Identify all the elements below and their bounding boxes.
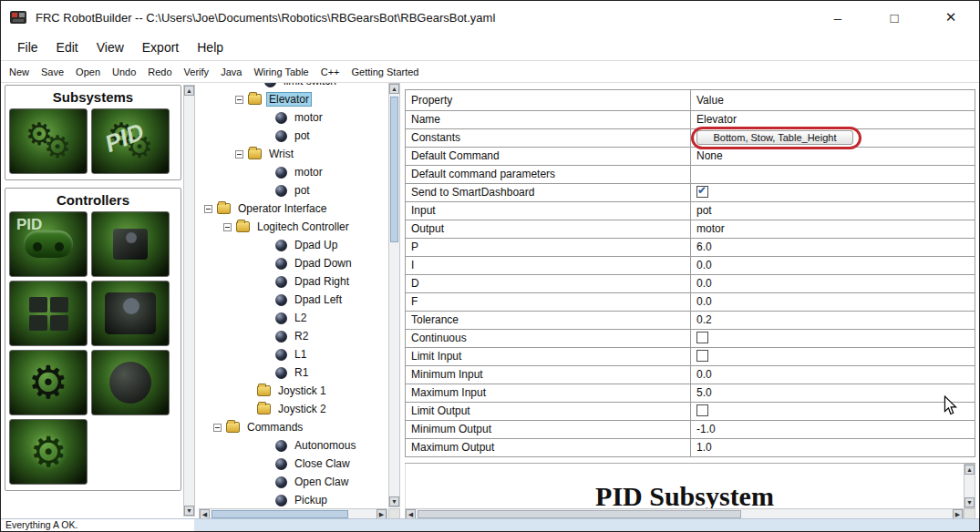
toolbar-open[interactable]: Open [76,66,100,77]
tree-item-r2[interactable]: R2 [199,327,387,345]
folder-icon [248,94,262,105]
toolbar-c[interactable]: C++ [321,66,340,77]
property-value-cell[interactable]: 6.0 [691,239,975,257]
tree-item-open-claw[interactable]: Open Claw [199,473,387,491]
tree-item-close-claw[interactable]: Close Claw [199,455,387,473]
menu-help[interactable]: Help [188,36,232,58]
palette-item-pid-controller[interactable]: PID [9,211,88,277]
tree-item-autonomous[interactable]: Autonomous [199,436,387,455]
palette-item-subsystem[interactable] [9,108,88,174]
constants-button-wrap: Bottom, Stow, Table_Height [696,130,853,145]
property-name: Limit Input [406,348,691,366]
tree-item-limit-switch[interactable]: limit switch [199,83,387,90]
constants-button[interactable]: Bottom, Stow, Table_Height [696,130,853,145]
palette-item-pid-subsystem[interactable]: PID [91,108,170,174]
property-row-maximum-output: Maximum Output1.0 [406,439,975,457]
property-value-cell[interactable] [691,330,975,348]
collapse-toggle-icon[interactable] [213,424,222,432]
tree-item-joystick-2[interactable]: Joystick 2 [199,400,387,418]
toolbar-undo[interactable]: Undo [112,66,136,77]
property-value-cell[interactable]: 0.2 [691,312,975,330]
palette-item-controller-group[interactable] [9,281,88,346]
toolbar-getting-started[interactable]: Getting Started [352,66,419,77]
menu-edit[interactable]: Edit [47,36,88,58]
tree-item-dpad-up[interactable]: Dpad Up [199,236,387,254]
tree-item-motor[interactable]: motor [199,163,387,181]
docs-scroll-up-button[interactable]: ▲ [965,465,975,475]
docs-scroll-down-button[interactable]: ▼ [965,497,975,507]
tree-item-label: Wrist [266,147,296,161]
minimize-button[interactable]: – [810,1,866,34]
checkbox-limit-output[interactable] [696,404,708,416]
tree-hscroll-thumb[interactable] [211,510,348,518]
arrow-right-icon: ▶ [379,511,384,517]
palette-item-spoked-wheel[interactable] [9,350,88,415]
property-value-cell[interactable]: Elevator [691,111,975,129]
tree-item-commands[interactable]: Commands [199,418,387,436]
palette-item-roller-wheel[interactable] [91,350,170,415]
documentation-heading: PID Subsystem [406,481,964,508]
toolbar-java[interactable]: Java [221,66,242,77]
toolbar-verify[interactable]: Verify [184,66,210,77]
checkbox-continuous[interactable] [696,332,708,343]
palette-scroll-down-button[interactable]: ▼ [184,506,194,516]
palette-item-large-controller[interactable] [91,281,170,346]
palette-item-motor-controller[interactable] [91,211,170,277]
tree-item-dpad-left[interactable]: Dpad Left [199,291,387,309]
docs-hscroll-thumb[interactable] [418,510,741,518]
tree-item-pot[interactable]: pot [199,181,387,200]
tree-item-operator-interface[interactable]: Operator Interface [199,200,387,218]
property-value-cell[interactable]: 0.0 [691,257,975,275]
tree-item-label: Joystick 1 [275,384,329,398]
toolbar-new[interactable]: New [9,66,29,77]
collapse-toggle-icon[interactable] [235,96,243,104]
property-value-cell[interactable]: 0.0 [691,366,975,384]
maximize-button[interactable]: □ [866,1,923,34]
tree-item-logitech-controller[interactable]: Logitech Controller [199,218,387,236]
collapse-toggle-icon[interactable] [235,150,243,159]
property-value-cell[interactable] [691,348,975,366]
tree-item-dpad-down[interactable]: Dpad Down [199,254,387,272]
menu-view[interactable]: View [88,36,133,58]
tree-item-dpad-right[interactable]: Dpad Right [199,272,387,291]
tree-item-joystick-1[interactable]: Joystick 1 [199,382,387,400]
property-value-cell[interactable] [691,166,975,184]
toolbar-save[interactable]: Save [41,66,64,77]
property-value-cell[interactable] [691,403,975,421]
property-value-cell[interactable]: 5.0 [691,384,975,403]
tree-item-wrist[interactable]: Wrist [199,145,387,163]
tree-item-l1[interactable]: L1 [199,345,387,363]
property-value-cell[interactable]: Bottom, Stow, Table_Height [691,129,975,148]
palette-item-gear-wheel[interactable] [9,419,88,485]
property-value-cell[interactable]: 0.0 [691,275,975,293]
property-value-cell[interactable]: None [691,148,975,166]
property-value-cell[interactable]: -1.0 [691,421,975,439]
checkbox-send-to-smartdashboard[interactable]: ✔ [696,186,708,198]
toolbar-redo[interactable]: Redo [148,66,171,77]
property-value-cell[interactable]: 0.0 [691,293,975,312]
property-value-cell[interactable]: ✔ [691,184,975,202]
app-icon [9,8,27,26]
tree-item-l2[interactable]: L2 [199,309,387,327]
tree-item-elevator[interactable]: Elevator [199,90,387,108]
property-value-cell[interactable]: 1.0 [691,439,975,457]
tree-item-motor[interactable]: motor [199,108,387,127]
tree-item-pickup[interactable]: Pickup [199,491,387,507]
toolbar-wiring-table[interactable]: Wiring Table [253,66,308,77]
tree-scroll-up-button[interactable]: ▲ [389,84,399,94]
component-icon [275,349,287,361]
tree-item-pot[interactable]: pot [199,127,387,145]
property-value-cell[interactable]: motor [691,220,975,239]
menu-file[interactable]: File [8,36,47,58]
palette-scroll-up-button[interactable]: ▲ [184,86,194,96]
tree-scroll-down-button[interactable]: ▼ [389,496,399,506]
property-value-cell[interactable]: pot [691,202,975,220]
close-button[interactable]: ✕ [923,1,979,34]
checkbox-limit-input[interactable] [696,350,708,362]
tree-item-r1[interactable]: R1 [199,363,387,382]
property-value-text: -1.0 [696,423,716,435]
tree-vscroll-thumb[interactable] [390,97,398,242]
menu-export[interactable]: Export [133,36,188,58]
collapse-toggle-icon[interactable] [223,223,232,231]
collapse-toggle-icon[interactable] [204,205,212,213]
